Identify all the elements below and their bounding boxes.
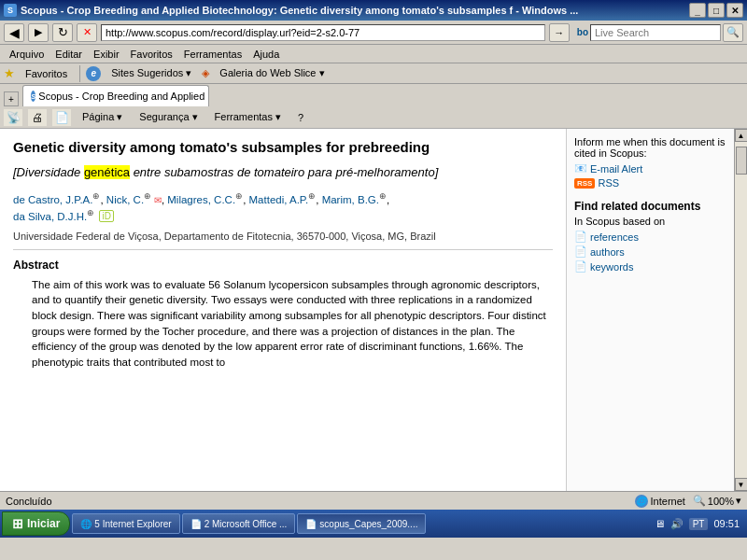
taskbar-ie-button[interactable]: 🌐 5 Internet Explorer [72, 513, 179, 534]
zoom-control: 🔍 100% ▾ [693, 495, 741, 507]
orcid-icon: iD [99, 210, 113, 222]
menu-arquivo[interactable]: Arquivo [4, 48, 49, 61]
scroll-track[interactable] [735, 142, 748, 478]
help-button[interactable]: ? [292, 110, 309, 125]
references-link[interactable]: references [590, 231, 639, 243]
abstract-text: The aim of this work was to evaluate 56 … [32, 277, 553, 371]
search-button[interactable]: 🔍 [723, 23, 743, 42]
page-menu-button[interactable]: Página ▾ [77, 109, 128, 125]
abstract-title: Abstract [13, 258, 553, 273]
forward-button[interactable]: ▶ [28, 23, 49, 42]
status-bar: Concluído 🌐 Internet 🔍 100% ▾ [0, 491, 747, 510]
authors-link[interactable]: authors [590, 246, 625, 258]
authors-doc-icon: 📄 [574, 245, 587, 258]
refresh-button[interactable]: ↻ [52, 23, 73, 42]
menu-bar: Arquivo Editar Exibir Favoritos Ferramen… [0, 45, 747, 63]
related-links: 📄 references 📄 authors 📄 keywords [574, 231, 726, 273]
section-divider [13, 249, 553, 250]
tab-add-button[interactable]: + [4, 91, 19, 106]
language-button[interactable]: PT [689, 518, 709, 530]
tools-menu-button[interactable]: Ferramentas ▾ [209, 109, 287, 125]
go-button[interactable]: → [549, 23, 570, 42]
taskbar-scopus-label: scopus_Capes_2009.... [319, 519, 417, 529]
maximize-button[interactable]: □ [708, 3, 725, 18]
authors-item: 📄 authors [574, 245, 726, 258]
rss-icon: RSS [574, 178, 595, 189]
favorites-label: Favoritos [25, 68, 67, 79]
address-input[interactable] [101, 24, 545, 41]
window-title: Scopus - Crop Breeding and Applied Biote… [21, 5, 578, 16]
internet-icon: 🌐 [635, 495, 648, 508]
zoom-icon: 🔍 [693, 495, 706, 507]
scroll-up-button[interactable]: ▲ [735, 129, 748, 142]
separator [79, 65, 80, 82]
email-alert-doc-icon: 📧 [574, 162, 587, 175]
start-button[interactable]: ⊞ Iniciar [2, 511, 70, 536]
scroll-thumb[interactable] [736, 147, 747, 175]
favorites-button[interactable]: Favoritos [19, 66, 74, 81]
email-alert-item: 📧 E-mail Alert [574, 162, 726, 175]
gallery-button[interactable]: Galeria do Web Slice ▾ [213, 65, 331, 81]
favorites-star-icon: ★ [4, 66, 15, 80]
email-alert-link[interactable]: E-mail Alert [590, 163, 642, 175]
menu-favoritos[interactable]: Favoritos [125, 48, 178, 61]
author-milagres[interactable]: Milagres, C.C. [167, 194, 235, 205]
sidebar: Inform me when this document is cited in… [566, 129, 734, 491]
security-menu-button[interactable]: Segurança ▾ [134, 109, 203, 125]
tab-bar: + S Scopus - Crop Breeding and Applied B… [0, 84, 747, 106]
close-button[interactable]: ✕ [726, 3, 743, 18]
back-button[interactable]: ◀ [4, 23, 24, 42]
article-title: Genetic diversity among tomato's subsamp… [13, 138, 553, 157]
page-icon[interactable]: 📄 [52, 109, 71, 126]
author-milagres-icon: ⊕ [235, 191, 243, 201]
author-mattedi[interactable]: Mattedi, A.P. [249, 194, 309, 205]
menu-editar[interactable]: Editar [49, 48, 88, 61]
minimize-button[interactable]: _ [689, 3, 706, 18]
author-castro[interactable]: de Castro, J.P.A. [13, 194, 92, 205]
print-icon[interactable]: 🖨 [28, 109, 47, 126]
status-text: Concluído [6, 496, 627, 507]
taskbar-ie-label: 5 Internet Explorer [94, 519, 171, 529]
stop-button[interactable]: ✕ [77, 23, 97, 42]
related-docs-title: Find related documents [574, 200, 726, 213]
taskbar-scopus-button[interactable]: 📄 scopus_Capes_2009.... [297, 513, 426, 534]
menu-ajuda[interactable]: Ajuda [247, 48, 285, 61]
sites-sugeridos-button[interactable]: Sites Sugeridos ▾ [105, 65, 198, 81]
author-nick[interactable]: Nick, C. [106, 194, 144, 205]
taskbar-ie-icon: 🌐 [80, 519, 92, 529]
author-marim[interactable]: Marim, B.G. [322, 194, 379, 205]
tab-scopus[interactable]: S Scopus - Crop Breeding and Applied Bio… [22, 85, 209, 106]
menu-ferramentas[interactable]: Ferramentas [178, 48, 247, 61]
menu-exibir[interactable]: Exibir [88, 48, 125, 61]
author-nick-icon: ⊕ [144, 191, 151, 201]
related-docs-section: Find related documents In Scopus based o… [574, 200, 726, 273]
rss-toolbar-icon[interactable]: 📡 [4, 109, 22, 126]
help-label: ? [298, 112, 303, 123]
alert-links: 📧 E-mail Alert RSS RSS [574, 162, 726, 189]
ie-icon: e [86, 66, 101, 81]
gallery-icon: ◈ [202, 67, 209, 79]
author-dasilva[interactable]: da Silva, D.J.H. [13, 210, 87, 221]
vertical-scrollbar[interactable]: ▲ ▼ [734, 129, 747, 491]
page-content: Genetic diversity among tomato's subsamp… [0, 129, 566, 491]
tab-favicon: S [31, 91, 35, 102]
zoom-dropdown-icon[interactable]: ▾ [736, 495, 741, 507]
page-label: Página ▾ [82, 111, 122, 123]
gallery-label: Galeria do Web Slice ▾ [219, 67, 324, 79]
rss-link[interactable]: RSS [598, 177, 619, 189]
taskbar-right: 🖥 🔊 PT 09:51 [649, 518, 745, 530]
search-input[interactable] [590, 24, 721, 41]
zone-indicator: 🌐 Internet [635, 495, 685, 508]
subtitle-highlight: genética [84, 165, 130, 179]
keywords-link[interactable]: keywords [590, 261, 633, 273]
scroll-down-button[interactable]: ▼ [735, 478, 748, 491]
tab-label: Scopus - Crop Breeding and Applied Biote… [38, 91, 209, 102]
article-subtitle-pt: [Diversidade genética entre subamostras … [13, 164, 553, 181]
window-icon: S [4, 4, 17, 17]
zone-text: Internet [651, 496, 685, 507]
author-marim-icon: ⊕ [379, 191, 387, 201]
clock: 09:51 [713, 518, 740, 529]
affiliation: Universidade Federal de Viçosa, Departam… [13, 230, 553, 244]
taskbar-office-button[interactable]: 📄 2 Microsoft Office ... [182, 513, 296, 534]
subtitle-text-2: entre subamostras de tomateiro para pré-… [130, 165, 438, 179]
